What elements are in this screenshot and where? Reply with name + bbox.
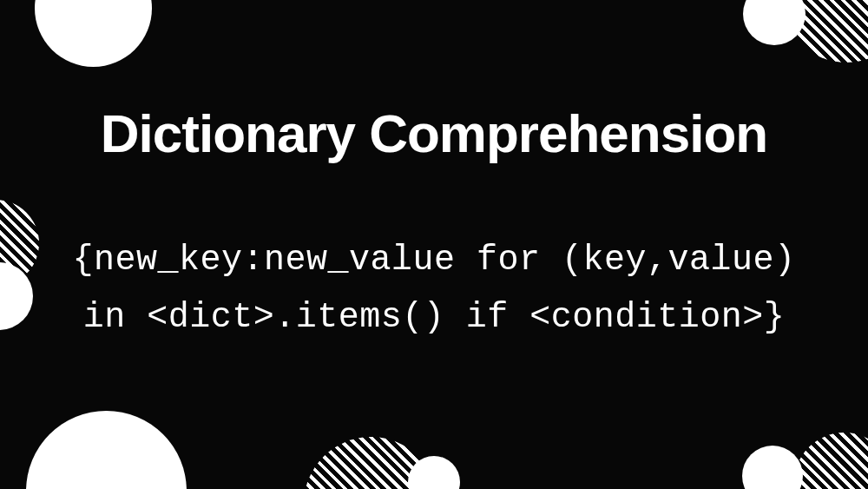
decorative-circle — [26, 411, 187, 489]
slide-title: Dictionary Comprehension — [101, 102, 767, 164]
code-line-2: in <dict>.items() if <condition>} — [72, 289, 795, 347]
slide: Dictionary Comprehension {new_key:new_va… — [0, 0, 868, 489]
code-syntax-block: {new_key:new_value for (key,value) in <d… — [72, 232, 795, 347]
decorative-circle — [35, 0, 152, 67]
decorative-hatched-circle — [794, 433, 868, 489]
decorative-circle — [0, 262, 33, 330]
code-line-1: {new_key:new_value for (key,value) — [72, 232, 795, 289]
decorative-circle — [742, 446, 803, 489]
